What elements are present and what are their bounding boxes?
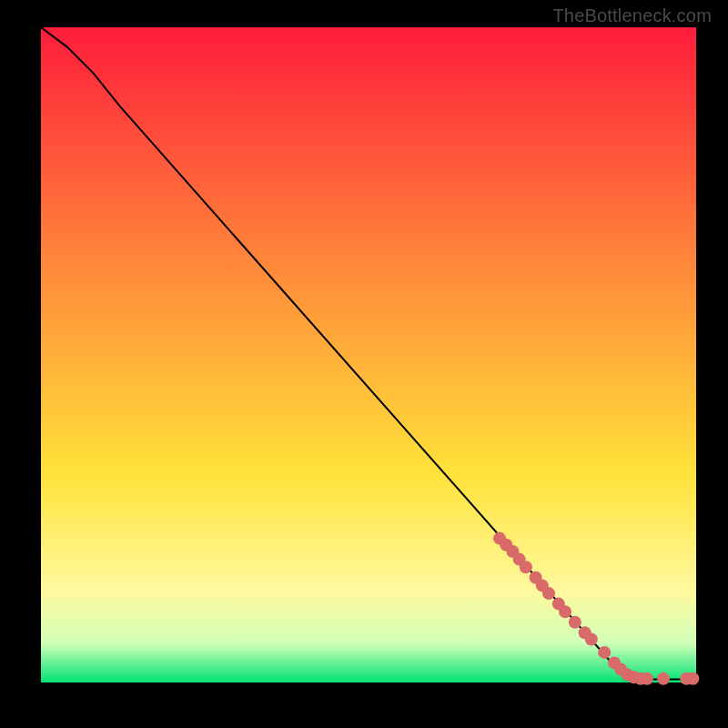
scatter-point	[641, 672, 653, 685]
scatter-point	[657, 672, 670, 685]
chart-svg	[0, 0, 728, 728]
scatter-point	[585, 633, 598, 646]
chart-stage: TheBottleneck.com	[0, 0, 728, 728]
watermark-text: TheBottleneck.com	[552, 5, 712, 26]
scatter-point	[686, 672, 699, 685]
scatter-point	[559, 605, 571, 618]
scatter-point	[520, 561, 532, 573]
scatter-point	[569, 616, 581, 629]
scatter-point	[598, 646, 611, 659]
plot-background	[41, 27, 696, 682]
scatter-point	[542, 587, 555, 600]
